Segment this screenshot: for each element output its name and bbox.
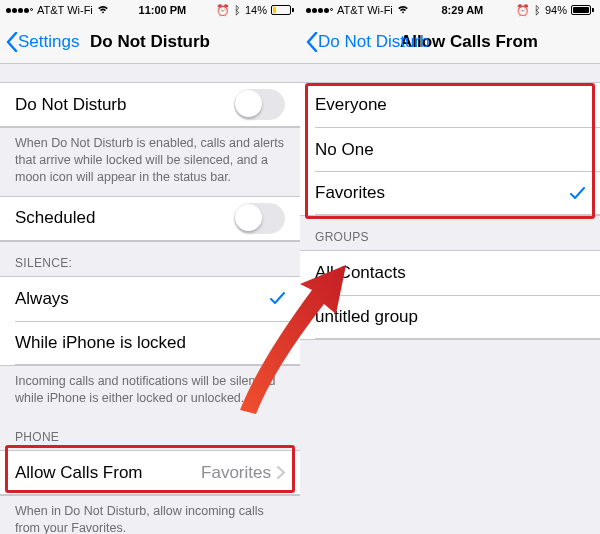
row-label: untitled group [315, 307, 585, 327]
row-label: Allow Calls From [15, 463, 201, 483]
row-while-locked[interactable]: While iPhone is locked [15, 321, 300, 365]
battery-pct: 14% [245, 4, 267, 16]
clock: 8:29 AM [442, 4, 484, 16]
footer-dnd: When Do Not Disturb is enabled, calls an… [0, 128, 300, 196]
back-label: Do Not Disturb [318, 32, 429, 52]
row-label: Everyone [315, 95, 585, 115]
row-label: Favorites [315, 183, 570, 203]
footer-silence: Incoming calls and notifications will be… [0, 366, 300, 417]
row-scheduled[interactable]: Scheduled [0, 197, 300, 241]
row-allow-calls-from[interactable]: Allow Calls From Favorites [0, 451, 300, 495]
chevron-right-icon [277, 466, 285, 479]
row-label: Scheduled [15, 208, 234, 228]
alarm-icon: ⏰ [216, 4, 230, 17]
footer-allow-calls: When in Do Not Disturb, allow incoming c… [0, 496, 300, 534]
nav-bar: Settings Do Not Disturb [0, 20, 300, 64]
content: Everyone No One Favorites GROUPS All Con… [300, 64, 600, 534]
row-everyone[interactable]: Everyone [300, 83, 600, 127]
content: Do Not Disturb When Do Not Disturb is en… [0, 64, 300, 534]
carrier-label: AT&T Wi-Fi [37, 4, 93, 16]
battery-icon [571, 5, 594, 15]
wifi-icon [97, 4, 109, 16]
row-label: Do Not Disturb [15, 95, 234, 115]
row-detail: Favorites [201, 463, 271, 483]
header-silence: SILENCE: [0, 242, 300, 276]
status-bar: AT&T Wi-Fi 11:00 PM ⏰ ᛒ 14% [0, 0, 300, 20]
battery-icon [271, 5, 294, 15]
status-bar: AT&T Wi-Fi 8:29 AM ⏰ ᛒ 94% [300, 0, 600, 20]
row-do-not-disturb[interactable]: Do Not Disturb [0, 83, 300, 127]
bluetooth-icon: ᛒ [534, 4, 541, 16]
check-icon [270, 291, 285, 306]
back-label: Settings [18, 32, 79, 52]
row-label: While iPhone is locked [15, 333, 285, 353]
nav-bar: Do Not Disturb Allow Calls From [300, 20, 600, 64]
row-all-contacts[interactable]: All Contacts [300, 251, 600, 295]
carrier-label: AT&T Wi-Fi [337, 4, 393, 16]
row-label: Always [15, 289, 270, 309]
row-always[interactable]: Always [0, 277, 300, 321]
row-label: All Contacts [315, 263, 585, 283]
clock: 11:00 PM [139, 4, 187, 16]
phone-right: AT&T Wi-Fi 8:29 AM ⏰ ᛒ 94% Do Not Distur… [300, 0, 600, 534]
header-phone: PHONE [0, 416, 300, 450]
row-label: No One [315, 140, 585, 160]
check-icon [570, 186, 585, 201]
back-button[interactable]: Settings [6, 32, 79, 52]
alarm-icon: ⏰ [516, 4, 530, 17]
signal-dots-icon [6, 8, 33, 13]
signal-dots-icon [306, 8, 333, 13]
toggle-dnd[interactable] [234, 89, 285, 120]
wifi-icon [397, 4, 409, 16]
header-groups: GROUPS [300, 216, 600, 250]
toggle-scheduled[interactable] [234, 203, 285, 234]
row-untitled-group[interactable]: untitled group [315, 295, 600, 339]
back-button[interactable]: Do Not Disturb [306, 32, 429, 52]
phone-left: AT&T Wi-Fi 11:00 PM ⏰ ᛒ 14% Settings Do … [0, 0, 300, 534]
bluetooth-icon: ᛒ [234, 4, 241, 16]
battery-pct: 94% [545, 4, 567, 16]
row-favorites[interactable]: Favorites [315, 171, 600, 215]
page-title: Do Not Disturb [90, 32, 210, 52]
row-no-one[interactable]: No One [315, 127, 600, 171]
